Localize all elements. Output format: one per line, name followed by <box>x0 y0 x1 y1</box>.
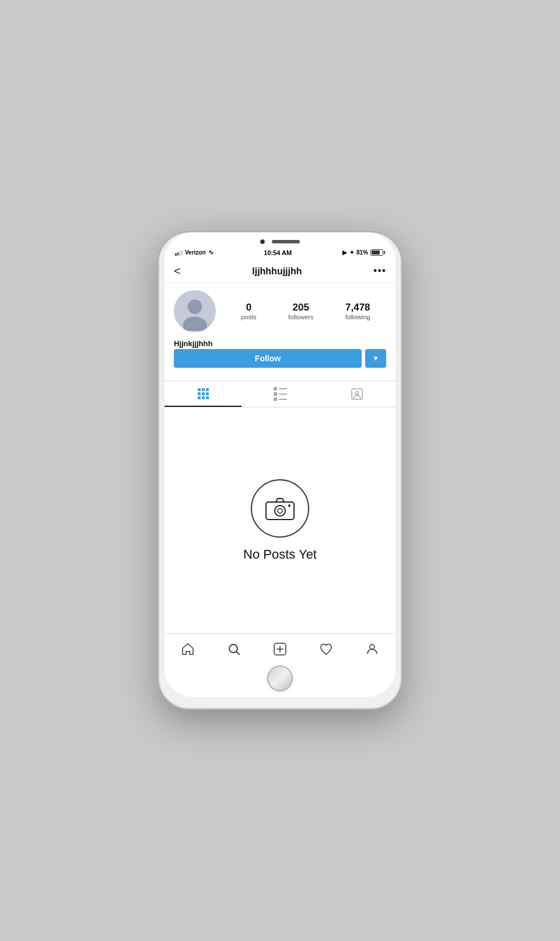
phone-frame: Verizon ∿ 10:54 AM ▶ ✦ 81% <box>158 231 402 710</box>
tagged-icon <box>351 388 363 400</box>
nav-home-button[interactable] <box>164 639 211 660</box>
stat-followers[interactable]: 205 followers <box>288 302 313 320</box>
grid-icon <box>198 388 209 399</box>
followers-count: 205 <box>293 302 309 313</box>
nav-search-button[interactable] <box>211 639 257 660</box>
battery-percent: 81% <box>356 249 368 256</box>
profile-tab-bar <box>164 381 396 407</box>
profile-section: 0 posts 205 followers 7,478 following Hj… <box>164 283 396 381</box>
tab-list[interactable] <box>242 381 318 407</box>
tab-grid[interactable] <box>164 381 242 407</box>
svg-point-4 <box>356 392 359 395</box>
heart-icon <box>319 642 333 656</box>
profile-icon <box>365 642 379 656</box>
svg-point-6 <box>275 506 285 516</box>
svg-point-8 <box>288 504 290 507</box>
svg-point-14 <box>370 644 374 649</box>
followers-label: followers <box>288 313 313 320</box>
stat-following[interactable]: 7,478 following <box>345 302 370 320</box>
status-bar: Verizon ∿ 10:54 AM ▶ ✦ 81% <box>164 248 396 257</box>
nav-profile-button[interactable] <box>349 639 396 660</box>
camera-icon <box>265 496 295 521</box>
phone-screen: Verizon ∿ 10:54 AM ▶ ✦ 81% <box>164 232 396 697</box>
camera-circle <box>251 479 309 538</box>
follow-area: Follow ▼ <box>174 349 386 368</box>
bottom-nav <box>164 633 396 662</box>
posts-count: 0 <box>246 302 251 313</box>
speaker <box>272 240 300 243</box>
display-name: Hjjnkjjjhhh <box>174 339 386 348</box>
back-button[interactable]: < <box>174 264 181 278</box>
list-icon <box>274 387 287 401</box>
nav-new-post-button[interactable] <box>257 639 303 660</box>
more-options-button[interactable]: ••• <box>373 265 386 277</box>
new-post-icon <box>273 642 287 656</box>
following-label: following <box>345 313 370 320</box>
phone-top-bar: Verizon ∿ 10:54 AM ▶ ✦ 81% <box>164 232 396 260</box>
chevron-down-icon: ▼ <box>372 354 379 363</box>
profile-top: 0 posts 205 followers 7,478 following <box>174 290 386 332</box>
carrier-name: Verizon <box>185 249 206 256</box>
home-icon <box>181 642 195 656</box>
follow-button[interactable]: Follow <box>174 349 362 368</box>
status-time: 10:54 AM <box>264 249 292 256</box>
content-area: No Posts Yet <box>164 407 396 633</box>
svg-line-10 <box>236 652 239 655</box>
wifi-icon: ∿ <box>208 249 214 256</box>
following-count: 7,478 <box>345 302 370 313</box>
avatar-silhouette <box>175 291 215 331</box>
battery-indicator <box>370 249 385 256</box>
nav-activity-button[interactable] <box>303 639 349 660</box>
status-left: Verizon ∿ <box>175 249 214 256</box>
app-nav-bar: < ljjhhhujjjhh ••• <box>164 260 396 283</box>
bluetooth-icon: ✦ <box>349 249 354 256</box>
svg-point-1 <box>188 299 202 314</box>
empty-state-text: No Posts Yet <box>243 547 317 562</box>
notch-area <box>260 239 300 244</box>
nav-username: ljjhhhujjjhh <box>252 266 302 277</box>
stat-posts[interactable]: 0 posts <box>241 302 256 320</box>
svg-point-7 <box>278 508 282 513</box>
front-camera <box>260 239 265 244</box>
home-button-area <box>164 662 396 697</box>
home-button[interactable] <box>267 665 293 691</box>
stats-container: 0 posts 205 followers 7,478 following <box>225 302 386 320</box>
posts-label: posts <box>241 313 256 320</box>
status-right: ▶ ✦ 81% <box>342 249 385 256</box>
tab-tagged[interactable] <box>318 381 396 407</box>
search-icon <box>227 642 241 656</box>
avatar <box>174 290 216 332</box>
location-icon: ▶ <box>342 249 347 256</box>
empty-state: No Posts Yet <box>243 479 317 562</box>
follow-dropdown-button[interactable]: ▼ <box>365 349 386 368</box>
signal-bars <box>175 250 183 256</box>
